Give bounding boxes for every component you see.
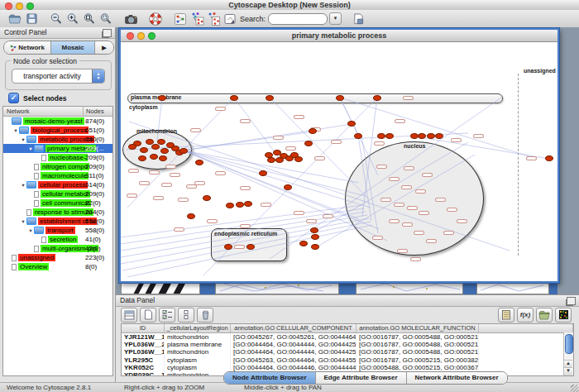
network-node[interactable] [304, 141, 313, 146]
node-label[interactable] [128, 169, 139, 173]
tab-node-attribute-browser[interactable]: Node Attribute Browser [224, 372, 316, 384]
network-node[interactable] [427, 133, 435, 139]
network-node[interactable] [159, 155, 167, 161]
node-label[interactable] [526, 156, 537, 160]
network-node[interactable] [244, 201, 252, 207]
float-panel-icon[interactable] [567, 297, 576, 305]
network-node[interactable] [157, 139, 165, 145]
node-label[interactable] [414, 231, 424, 235]
save-session-icon[interactable] [23, 12, 40, 26]
tree-item-nucleobase[interactable]: nucleobase-209(0) [3, 153, 112, 162]
node-label[interactable] [285, 146, 296, 151]
node-label[interactable] [457, 219, 467, 223]
table-row-ypl036w-2[interactable]: YPL036W__2plasma membrane[GO:0044464, GO… [122, 341, 573, 348]
tree-item-cell-communicat[interactable]: cell communicat22(0) [3, 198, 112, 208]
node-label[interactable] [443, 231, 454, 235]
tree-item-overview[interactable]: Overview8(0) [3, 262, 112, 271]
node-label[interactable] [306, 219, 317, 223]
node-label[interactable] [215, 107, 226, 111]
copy-layout-left-icon[interactable] [189, 12, 205, 26]
tab-edge-attribute-browser[interactable]: Edge Attribute Browser [316, 372, 407, 384]
node-label[interactable] [473, 134, 484, 138]
node-label[interactable] [294, 211, 304, 215]
table-cell[interactable]: [GO:0005488, GO:0005215, GO:0003674] [356, 364, 479, 371]
node-label[interactable] [261, 203, 271, 207]
network-node[interactable] [347, 121, 356, 127]
tree-item-multi-organism-pro[interactable]: multi-organism pro42(0) [3, 244, 112, 253]
table-row-ypl036w-1[interactable]: YPL036W__1mitochondrion[GO:0044464, GO:0… [122, 348, 573, 356]
expand-arrow-icon[interactable]: ▼ [20, 219, 26, 224]
table-cell[interactable]: mitochondrion [165, 371, 231, 376]
node-label[interactable] [314, 156, 325, 160]
tree-item-establishment-of-lo[interactable]: ▼establishment of lo558(0) [3, 217, 112, 226]
tree-item-secretion[interactable]: secretion41(0) [3, 235, 112, 244]
network-node[interactable] [246, 244, 255, 250]
tree-item-biological-process[interactable]: ▼biological_process651(0) [3, 126, 112, 135]
node-label[interactable] [395, 119, 405, 123]
column-header-id[interactable]: ID [122, 324, 165, 332]
network-node[interactable] [545, 155, 553, 161]
table-cell[interactable]: YPL036W__2 [122, 341, 165, 348]
node-label[interactable] [240, 224, 251, 228]
node-label[interactable] [215, 171, 226, 175]
import-attributes-icon[interactable] [536, 308, 553, 323]
expand-arrow-icon[interactable]: ▼ [12, 128, 19, 133]
tab-network[interactable]: Network [4, 41, 51, 54]
node-label[interactable] [403, 96, 414, 100]
node-label[interactable] [273, 136, 284, 140]
node-label[interactable] [447, 208, 457, 212]
node-label[interactable] [240, 186, 251, 190]
node-label[interactable] [389, 219, 400, 223]
node-label[interactable] [451, 138, 462, 142]
node-label[interactable] [394, 203, 404, 207]
tree-item-unassigned[interactable]: unassigned223(0) [3, 253, 112, 262]
node-label[interactable] [435, 198, 446, 202]
network-node[interactable] [236, 202, 244, 208]
node-label[interactable] [139, 181, 150, 185]
node-label[interactable] [170, 173, 180, 177]
resize-grip[interactable] [571, 385, 578, 392]
table-cell[interactable]: [GO:0016787, GO:0005488, GO:0005215, G..… [356, 333, 479, 341]
network-node[interactable] [267, 157, 275, 163]
node-label[interactable] [161, 183, 172, 187]
table-cell[interactable]: [GO:0016787, GO:0005488, GO:0005215, G..… [356, 348, 479, 356]
tree-item-response-to-stimulu[interactable]: response to stimulu264(0) [3, 208, 112, 217]
tree-item-nitrogen-compo[interactable]: nitrogen compo209(0) [3, 162, 112, 171]
copy-layout-right-icon[interactable] [205, 12, 222, 26]
network-node[interactable] [151, 144, 160, 150]
network-node[interactable] [418, 133, 426, 139]
table-row-yjr121w-1[interactable]: YJR121W__1mitochondrion[GO:0045267, GO:0… [122, 333, 573, 341]
network-canvas[interactable]: plasma membranecytoplasmmitochondrionnuc… [121, 42, 557, 281]
tree-item-cellular-process[interactable]: ▼cellular process614(0) [3, 180, 112, 189]
tab-network-attribute-browser[interactable]: Network Attribute Browser [407, 372, 507, 384]
table-cell[interactable]: YJR121W__1 [122, 333, 165, 341]
scroll-down-icon[interactable]: ▼ [564, 367, 572, 375]
network-node[interactable] [203, 195, 211, 201]
table-cell[interactable]: [GO:0044464, GO:0044444, GO:0044425, G..… [231, 341, 356, 348]
network-node[interactable] [226, 203, 234, 208]
tree-item-metabolic-process[interactable]: ▼metabolic process280(0) [3, 135, 112, 144]
network-node[interactable] [294, 156, 303, 162]
tree-item-cellular-metabol[interactable]: cellular metabol209(0) [3, 189, 112, 198]
node-label[interactable] [407, 206, 418, 210]
network-node[interactable] [140, 147, 148, 153]
node-label[interactable] [186, 184, 197, 189]
search-dropdown-button[interactable]: ▼ [329, 12, 342, 25]
attribute-checklist-icon[interactable] [159, 308, 175, 323]
node-label[interactable] [404, 166, 414, 170]
column-header-annotation-go-molecular-function[interactable]: annotation.GO MOLECULAR_FUNCTION [356, 324, 479, 332]
tree-item-primary-metabol[interactable]: ▼primary metabol209(... [3, 144, 112, 153]
annotation-page-icon[interactable] [222, 12, 238, 26]
table-cell[interactable]: [GO:0045267, GO:0045261, GO:0044464, G..… [231, 333, 356, 341]
tab-mosaic[interactable]: Mosaic [51, 41, 95, 54]
node-label[interactable] [207, 219, 218, 223]
network-node[interactable] [275, 157, 284, 163]
table-row-ylr295c[interactable]: YLR295Ccytoplasm[GO:0045263, GO:0044464,… [122, 356, 573, 364]
network-node[interactable] [377, 133, 385, 139]
table-cell[interactable]: YDR039C__1 [122, 371, 165, 376]
node-label[interactable] [240, 119, 251, 123]
network-node[interactable] [309, 128, 317, 134]
node-label[interactable] [422, 173, 433, 177]
node-label[interactable] [294, 115, 304, 119]
node-label[interactable] [165, 165, 176, 169]
